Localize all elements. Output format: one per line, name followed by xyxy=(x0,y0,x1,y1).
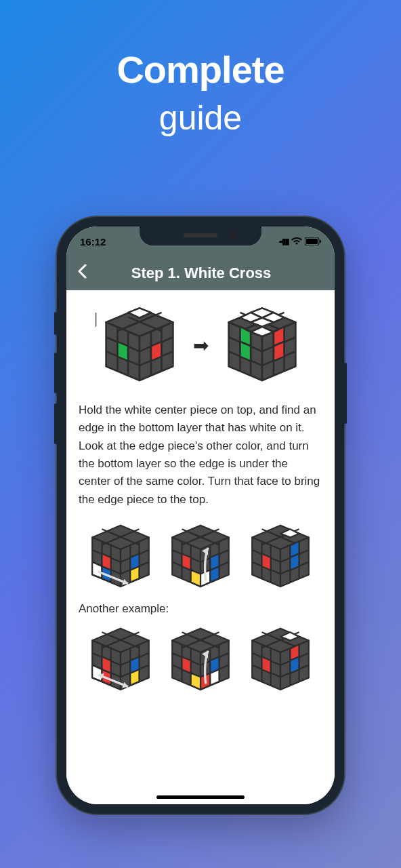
back-button[interactable] xyxy=(75,264,89,283)
cube-step-2-icon xyxy=(163,519,238,594)
svg-marker-19 xyxy=(117,342,128,361)
svg-marker-167 xyxy=(290,657,299,673)
svg-marker-20 xyxy=(150,342,161,361)
mute-switch xyxy=(54,312,57,335)
svg-rect-2 xyxy=(320,240,321,243)
svg-marker-103 xyxy=(262,554,271,570)
svg-marker-143 xyxy=(182,657,191,673)
cube-example-2-icon xyxy=(163,623,238,697)
example-label: Another example: xyxy=(79,602,322,616)
cube-example-1-icon xyxy=(83,623,158,697)
promo-title-light: guide xyxy=(0,98,401,138)
promo-title: Complete guide xyxy=(0,0,401,138)
svg-marker-44 xyxy=(273,342,284,361)
svg-marker-165 xyxy=(262,657,271,673)
cube-step-3-icon xyxy=(243,519,318,594)
battery-icon xyxy=(305,236,321,248)
cube-diagram-row-2 xyxy=(79,519,322,594)
cube-before-icon xyxy=(96,301,184,389)
content-area[interactable]: ➡ xyxy=(66,290,335,804)
cube-diagram-row-3 xyxy=(79,623,322,697)
navigation-bar: Step 1. White Cross xyxy=(66,256,335,290)
svg-marker-85 xyxy=(191,570,200,587)
svg-marker-146 xyxy=(191,673,200,690)
wifi-icon xyxy=(291,236,302,248)
instruction-text: Hold the white center piece on top, and … xyxy=(79,401,322,509)
volume-down-button xyxy=(54,403,57,444)
promo-title-bold: Complete xyxy=(0,47,401,92)
svg-marker-105 xyxy=(290,554,299,570)
svg-marker-42 xyxy=(240,342,251,361)
cube-example-3-icon xyxy=(243,623,318,697)
cube-diagram-row-1: ➡ xyxy=(79,301,322,389)
power-button xyxy=(344,363,347,424)
cube-after-icon xyxy=(218,301,306,389)
signal-icon: ▪▪▮▮ xyxy=(278,237,289,246)
svg-rect-1 xyxy=(306,239,318,244)
home-indicator[interactable] xyxy=(156,795,245,799)
status-time: 16:12 xyxy=(80,236,106,248)
cube-step-1-icon xyxy=(83,519,158,594)
page-title: Step 1. White Cross xyxy=(96,264,306,282)
svg-marker-81 xyxy=(182,554,191,570)
phone-screen: 16:12 ▪▪▮▮ Step 1. White Cross xyxy=(66,226,335,804)
arrow-right-icon: ➡ xyxy=(193,334,209,357)
phone-frame: 16:12 ▪▪▮▮ Step 1. White Cross xyxy=(57,217,344,814)
volume-up-button xyxy=(54,353,57,393)
phone-notch xyxy=(140,226,261,245)
